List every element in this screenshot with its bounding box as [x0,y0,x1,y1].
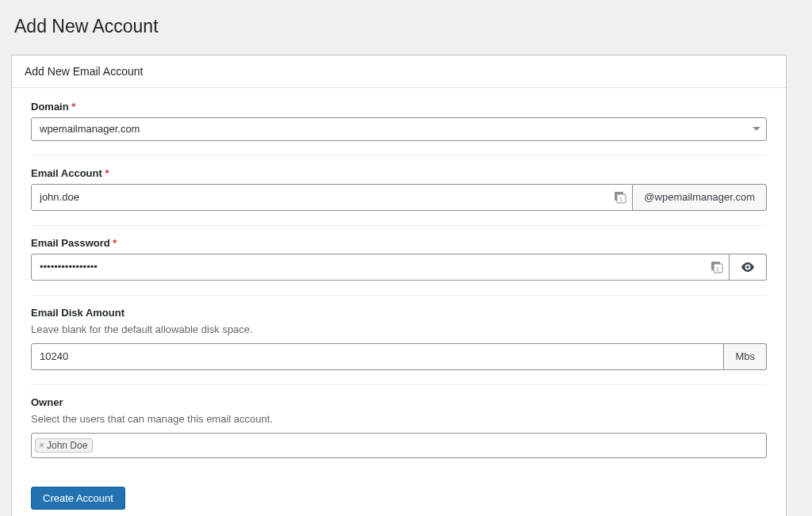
remove-tag-button[interactable]: × [39,441,44,450]
owner-tag: × John Doe [35,438,93,453]
disk-amount-input[interactable] [31,343,724,370]
domain-label: Domain * [31,101,767,113]
email-account-input[interactable] [31,184,633,211]
domain-label-text: Domain [31,101,69,113]
owner-label: Owner [31,396,767,408]
page-title: Add New Account [2,8,796,42]
owner-help: Select the users that can manage this em… [31,413,767,425]
email-password-label: Email Password * [31,237,767,249]
field-email-account: Email Account * 1 @wpemailmanager.com [31,156,767,226]
email-domain-suffix: @wpemailmanager.com [633,184,767,211]
domain-select-value: wpemailmanager.com [40,118,140,140]
owner-select[interactable]: × John Doe [31,433,767,458]
field-disk-amount: Email Disk Amount Leave blank for the de… [31,296,767,385]
svg-point-6 [746,266,749,269]
email-password-label-text: Email Password [31,237,110,249]
disk-amount-label: Email Disk Amount [31,307,767,319]
email-account-label: Email Account * [31,167,767,179]
toggle-password-visibility-button[interactable] [730,254,767,281]
field-email-password: Email Password * 1 [31,226,767,296]
required-indicator: * [105,167,109,179]
required-indicator: * [71,101,75,113]
field-domain: Domain * wpemailmanager.com [31,101,767,156]
field-owner: Owner Select the users that can manage t… [31,385,767,472]
form-panel: Add New Email Account Domain * wpemailma… [11,55,787,516]
create-account-button[interactable]: Create Account [31,487,125,510]
panel-header: Add New Email Account [12,55,786,88]
owner-tag-label: John Doe [47,440,87,451]
domain-select[interactable]: wpemailmanager.com [31,117,767,141]
email-password-input[interactable] [31,254,730,281]
disk-amount-help: Leave blank for the default allowable di… [31,323,767,335]
required-indicator: * [113,237,117,249]
eye-icon [741,262,755,272]
email-account-label-text: Email Account [31,167,102,179]
disk-amount-unit: Mbs [724,343,767,370]
